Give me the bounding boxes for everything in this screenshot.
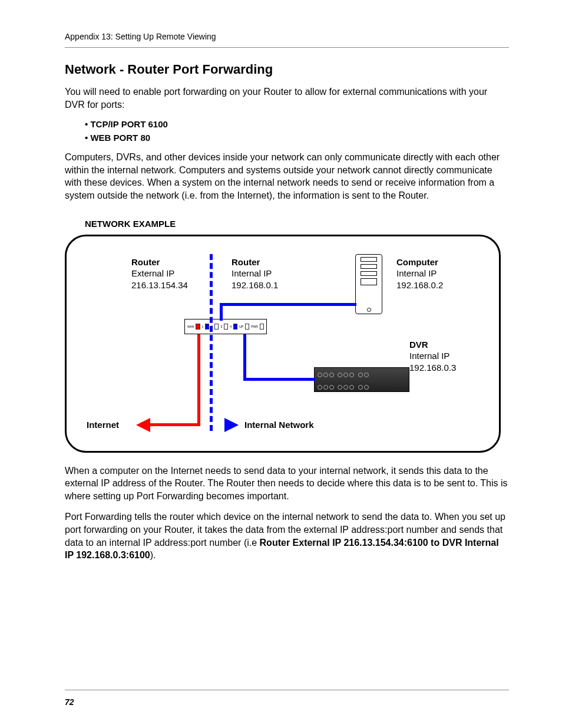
port-list: • TCP/IP PORT 6100 • WEB PORT 80: [85, 119, 509, 143]
red-line-horizontal: [149, 423, 200, 426]
body-paragraph-3: Port Forwarding tells the router which d…: [65, 510, 509, 561]
header-rule: [65, 47, 509, 48]
para3-text-b: ).: [150, 550, 156, 560]
example-heading: NETWORK EXAMPLE: [85, 219, 509, 229]
red-line-vertical: [197, 334, 200, 426]
router-external-label: Router External IP 216.13.154.34: [131, 256, 188, 291]
router-internal-label: Router Internal IP 192.168.0.1: [232, 256, 278, 291]
blue-line-to-computer: [220, 303, 356, 306]
intro-paragraph: You will need to enable port forwarding …: [65, 85, 509, 111]
router-internal-ip: 192.168.0.1: [232, 279, 278, 291]
computer-sub: Internal IP: [396, 268, 443, 279]
router-internal-title: Router: [232, 256, 278, 268]
router-external-title: Router: [131, 256, 188, 268]
network-diagram: Router External IP 216.13.154.34 Router …: [65, 235, 501, 453]
router-external-sub: External IP: [131, 268, 188, 279]
dvr-sub: Internal IP: [409, 350, 456, 362]
dvr-title: DVR: [409, 339, 456, 351]
router-external-ip: 216.13.154.34: [131, 279, 188, 291]
divider-dashed-line: [210, 254, 213, 431]
body-paragraph-2: When a computer on the Internet needs to…: [65, 465, 509, 503]
dvr-label: DVR Internal IP 192.168.0.3: [409, 339, 456, 374]
internet-label: Internet: [87, 419, 119, 431]
page-header: Appendix 13: Setting Up Remote Viewing: [65, 32, 509, 41]
body-paragraph-1: Computers, DVRs, and other devices insid…: [65, 151, 509, 202]
blue-arrow-icon: [224, 418, 239, 432]
section-title: Network - Router Port Forwarding: [65, 62, 509, 77]
computer-ip: 192.168.0.2: [396, 279, 443, 291]
document-page: Appendix 13: Setting Up Remote Viewing N…: [0, 0, 562, 728]
dvr-icon: [314, 367, 409, 392]
page-number: 72: [65, 697, 74, 707]
red-arrow-icon: [136, 418, 150, 432]
internal-network-label: Internal Network: [244, 419, 314, 431]
blue-line-to-dvr: [243, 378, 315, 381]
blue-line-up1: [220, 304, 223, 321]
port-tcp: • TCP/IP PORT 6100: [85, 119, 509, 129]
dvr-ip: 192.168.0.3: [409, 362, 456, 374]
footer-rule: [65, 690, 509, 690]
computer-label: Computer Internal IP 192.168.0.2: [396, 256, 443, 291]
router-icon: WAN 1 2 3 4 UP PWR: [184, 319, 267, 334]
computer-icon: [355, 254, 382, 314]
port-web: • WEB PORT 80: [85, 133, 509, 143]
router-internal-sub: Internal IP: [232, 268, 278, 279]
blue-line-down: [243, 334, 246, 379]
computer-title: Computer: [396, 256, 443, 268]
